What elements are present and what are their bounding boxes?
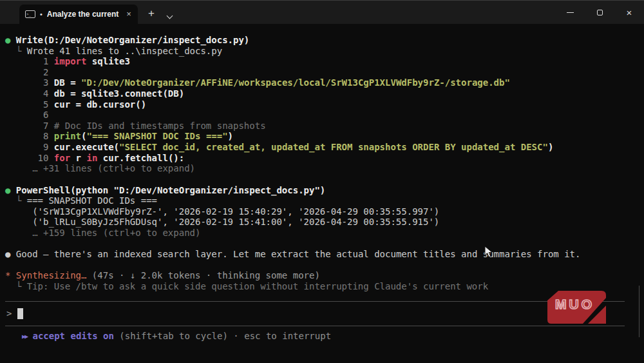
muo-logo: MUO bbox=[545, 289, 608, 326]
terminal-line bbox=[5, 260, 644, 271]
terminal-window: >_ • Analyze the current folder × + × ● … bbox=[0, 0, 644, 363]
terminal-line: 10 for r in cur.fetchall(): bbox=[5, 153, 644, 164]
terminal-line: … +31 lines (ctrl+o to expand) bbox=[5, 163, 644, 174]
terminal-line: ● PowerShell(python "D:/Dev/NoteOrganize… bbox=[5, 185, 644, 196]
new-tab-button[interactable]: + bbox=[148, 7, 155, 20]
terminal-line: 6 bbox=[5, 110, 644, 121]
tab-dropdown-button[interactable] bbox=[165, 15, 175, 18]
terminal-line: 9 cur.execute("SELECT doc_id, created_at… bbox=[5, 142, 644, 153]
terminal-line bbox=[5, 239, 644, 250]
close-button[interactable]: × bbox=[614, 1, 644, 25]
muo-logo-text: MUO bbox=[555, 297, 594, 311]
status-bar: ▶▶ accept edits on (shift+tab to cycle) … bbox=[5, 331, 644, 342]
terminal-output: ● Write(D:/Dev/NoteOrganizer/inspect_doc… bbox=[5, 35, 644, 292]
titlebar: >_ • Analyze the current folder × + × bbox=[0, 0, 644, 24]
prompt-symbol: > bbox=[6, 308, 12, 319]
terminal-line: ● Write(D:/Dev/NoteOrganizer/inspect_doc… bbox=[5, 35, 644, 46]
text-cursor bbox=[17, 308, 23, 319]
terminal-line: 4 db = sqlite3.connect(DB) bbox=[5, 88, 644, 99]
terminal-line: ('b_lRLu_S0ByJz5FhGDUsq', '2026-02-19 15… bbox=[5, 217, 644, 228]
chevron-down-icon bbox=[167, 13, 173, 19]
fast-forward-icon: ▶▶ bbox=[22, 333, 27, 340]
terminal-icon: >_ bbox=[25, 10, 35, 18]
terminal-line: … +159 lines (ctrl+o to expand) bbox=[5, 228, 644, 239]
terminal-line: 5 cur = db.cursor() bbox=[5, 99, 644, 110]
maximize-icon bbox=[597, 10, 603, 15]
terminal-line: ('SrW13CgP1XLVWdFby9rZ-', '2026-02-19 15… bbox=[5, 206, 644, 217]
terminal-line: └ Wrote 41 lines to ..\inspect_docs.py bbox=[5, 46, 644, 57]
terminal-line: * Synthesizing… (47s · ↓ 2.0k tokens · t… bbox=[5, 270, 644, 281]
terminal-line: ● Good — there's an indexed search layer… bbox=[5, 249, 644, 260]
terminal-line: 8 print("=== SNAPSHOT DOC IDs ===") bbox=[5, 131, 644, 142]
maximize-button[interactable] bbox=[585, 1, 614, 25]
window-controls: × bbox=[555, 1, 644, 25]
mouse-cursor bbox=[484, 246, 493, 259]
terminal-line: 2 bbox=[5, 67, 644, 78]
terminal-line: 3 DB = "D:/Dev/NoteOrganizer/AFFiNE/work… bbox=[5, 77, 644, 88]
minimize-button[interactable] bbox=[555, 1, 585, 25]
tab-analyze-current-folder[interactable]: >_ • Analyze the current folder × bbox=[19, 5, 138, 24]
mode-hint: (shift+tab to cycle) bbox=[114, 331, 228, 341]
interrupt-hint: · esc to interrupt bbox=[228, 331, 331, 341]
prompt-input-box[interactable]: > bbox=[5, 301, 625, 326]
tab-close-button[interactable]: × bbox=[124, 8, 133, 20]
terminal-line: └ === SNAPSHOT DOC IDs === bbox=[5, 195, 644, 206]
tab-activity-dot: • bbox=[40, 10, 43, 18]
scrollbar-mark[interactable] bbox=[639, 286, 639, 337]
terminal-line: 7 # Doc IDs and timestamps from snapshot… bbox=[5, 121, 644, 132]
minimize-icon bbox=[567, 12, 574, 13]
tab-title: Analyze the current folder bbox=[47, 10, 120, 19]
terminal-line bbox=[5, 174, 644, 185]
mode-label: accept edits on bbox=[27, 331, 114, 341]
terminal-line: 1 import sqlite3 bbox=[5, 56, 644, 67]
